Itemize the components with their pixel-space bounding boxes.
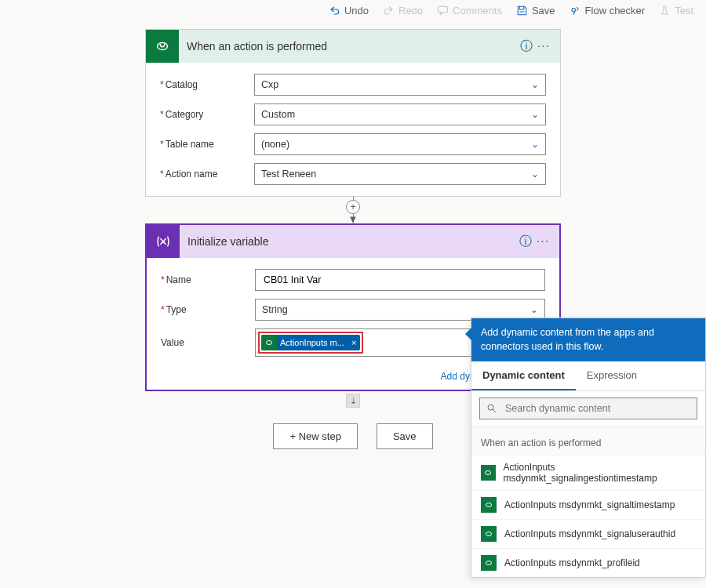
dc-item-label: ActionInputs msdynmkt_signalingestiontim…: [504, 462, 697, 484]
init-variable-header[interactable]: Initialize variable ⓘ ···: [147, 225, 559, 258]
chevron-down-icon: ⌄: [531, 109, 539, 120]
dc-item-label: ActionInputs msdynmkt_signaltimestamp: [504, 499, 675, 510]
category-select[interactable]: Custom ⌄: [254, 103, 546, 125]
new-step-button[interactable]: + New step: [273, 423, 357, 449]
undo-label: Undo: [344, 5, 369, 16]
dataverse-icon: [481, 526, 497, 542]
save-icon: [516, 5, 528, 16]
dc-item[interactable]: ActionInputs msdynmkt_signaluserauthid: [471, 519, 705, 548]
chevron-down-icon: ⌄: [531, 79, 539, 90]
tab-dynamic-content[interactable]: Dynamic content: [471, 361, 576, 390]
comments-button[interactable]: Comments: [437, 5, 502, 16]
chevron-down-icon: ⌄: [531, 139, 539, 150]
comments-label: Comments: [453, 5, 502, 16]
test-icon: [659, 5, 671, 16]
variable-icon: [147, 225, 180, 258]
comments-icon: [437, 5, 449, 16]
dc-search[interactable]: [479, 397, 697, 419]
undo-button[interactable]: Undo: [329, 5, 369, 16]
token-remove-button[interactable]: ×: [348, 338, 360, 347]
panel-pointer: [465, 328, 471, 340]
category-label: *Category: [160, 109, 254, 120]
name-input-field[interactable]: [262, 274, 538, 286]
chevron-down-icon: ⌄: [530, 304, 538, 315]
dc-tabs: Dynamic content Expression: [471, 361, 705, 391]
trigger-title: When an action is performed: [179, 40, 518, 53]
insert-step-button[interactable]: +: [346, 200, 360, 214]
svg-rect-0: [439, 6, 448, 13]
dc-item[interactable]: ActionInputs msdynmkt_signalingestiontim…: [471, 455, 705, 490]
more-icon[interactable]: ···: [535, 39, 552, 53]
trigger-card-header[interactable]: When an action is performed ⓘ ···: [146, 30, 560, 63]
catalog-select[interactable]: Cxp ⌄: [254, 74, 546, 96]
svg-point-2: [488, 405, 493, 410]
dc-item-label: ActionInputs msdynmkt_profileid: [504, 557, 640, 568]
undo-icon: [329, 5, 340, 16]
save-label: Save: [532, 5, 555, 16]
pin-icon[interactable]: ⇣: [346, 394, 360, 408]
flow-checker-button[interactable]: Flow checker: [570, 5, 646, 16]
tab-expression[interactable]: Expression: [576, 361, 648, 390]
dataverse-icon: [146, 30, 179, 63]
trigger-card: When an action is performed ⓘ ··· *Catal…: [145, 29, 561, 197]
dynamic-token[interactable]: ActionInputs m... ×: [261, 335, 360, 350]
redo-label: Redo: [398, 5, 423, 16]
help-icon[interactable]: ⓘ: [518, 38, 535, 55]
svg-line-3: [493, 409, 496, 412]
trigger-card-body: *Catalog Cxp ⌄ *Category Custom ⌄ *Table…: [146, 63, 560, 196]
redo-icon: [383, 5, 395, 16]
dc-item-label: ActionInputs msdynmkt_signaluserauthid: [504, 528, 675, 539]
test-label: Test: [675, 5, 693, 16]
table-select[interactable]: (none) ⌄: [254, 133, 546, 155]
type-label: *Type: [161, 304, 255, 315]
action-select[interactable]: Test Reneen ⌄: [254, 163, 546, 185]
dc-item[interactable]: ActionInputs msdynmkt_signaltimestamp: [471, 490, 705, 519]
action-label: *Action name: [160, 169, 254, 180]
value-label: Value: [161, 337, 255, 348]
dataverse-icon: [481, 465, 496, 481]
connector: + ▼: [145, 197, 561, 223]
table-label: *Table name: [160, 139, 254, 150]
more-icon[interactable]: ···: [534, 234, 551, 249]
save-flow-button[interactable]: Save: [377, 423, 433, 449]
dataverse-icon: [481, 555, 497, 571]
help-icon[interactable]: ⓘ: [517, 234, 534, 250]
redo-button[interactable]: Redo: [383, 5, 423, 16]
name-label: *Name: [161, 274, 255, 285]
dataverse-icon: [481, 497, 497, 513]
dc-section-title: When an action is performed: [471, 426, 705, 455]
dc-search-input[interactable]: [504, 402, 690, 415]
dc-header: Add dynamic content from the apps and co…: [471, 318, 705, 361]
token-label: ActionInputs m...: [277, 338, 348, 347]
top-toolbar: Undo Redo Comments Save Flow checker Tes…: [0, 0, 706, 21]
init-variable-title: Initialize variable: [180, 235, 517, 248]
name-input[interactable]: [255, 269, 545, 291]
test-button[interactable]: Test: [659, 5, 693, 16]
save-button[interactable]: Save: [516, 5, 555, 16]
dataverse-icon: [261, 335, 277, 350]
flow-checker-icon: [570, 5, 581, 16]
dc-item[interactable]: ActionInputs msdynmkt_profileid: [471, 548, 705, 577]
search-icon: [486, 403, 497, 414]
dynamic-content-panel: Add dynamic content from the apps and co…: [471, 318, 706, 578]
flow-checker-label: Flow checker: [585, 5, 646, 16]
value-highlight: ActionInputs m... ×: [258, 332, 363, 354]
catalog-label: *Catalog: [160, 79, 254, 90]
chevron-down-icon: ⌄: [531, 169, 539, 180]
